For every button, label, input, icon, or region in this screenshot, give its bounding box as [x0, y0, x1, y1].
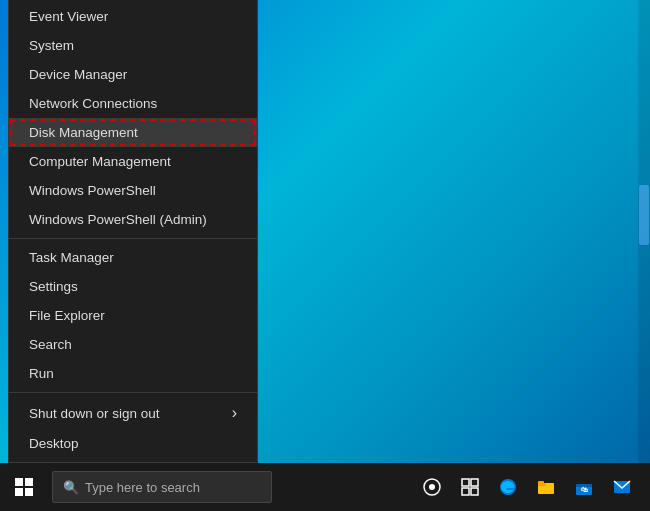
menu-item-label-device-manager: Device Manager [29, 67, 127, 82]
menu-item-device-manager[interactable]: Device Manager [9, 60, 257, 89]
search-placeholder-text: Type here to search [85, 480, 200, 495]
menu-item-desktop[interactable]: Desktop [9, 429, 257, 458]
menu-item-label-shut-down: Shut down or sign out [29, 406, 160, 421]
desktop: MicrosoftEdge Apps and FeaturesPower Opt… [0, 0, 650, 511]
svg-text:🛍: 🛍 [581, 486, 588, 493]
taskbar-right-area: 🛍 [414, 466, 650, 508]
menu-item-label-computer-management: Computer Management [29, 154, 171, 169]
edge-taskbar-icon[interactable] [490, 466, 526, 508]
menu-item-system[interactable]: System [9, 31, 257, 60]
menu-item-label-file-explorer: File Explorer [29, 308, 105, 323]
menu-item-disk-management[interactable]: Disk Management [9, 118, 257, 147]
menu-item-label-search: Search [29, 337, 72, 352]
menu-item-task-manager[interactable]: Task Manager [9, 243, 257, 272]
scrollbar-thumb[interactable] [639, 185, 649, 245]
menu-item-network-connections[interactable]: Network Connections [9, 89, 257, 118]
start-button[interactable] [0, 463, 48, 511]
file-explorer-taskbar-icon[interactable] [528, 466, 564, 508]
svg-rect-3 [462, 479, 469, 486]
menu-divider [9, 392, 257, 393]
menu-item-file-explorer[interactable]: File Explorer [9, 301, 257, 330]
svg-point-2 [429, 484, 435, 490]
svg-rect-5 [462, 488, 469, 495]
menu-item-label-task-manager: Task Manager [29, 250, 114, 265]
menu-item-windows-powershell-admin[interactable]: Windows PowerShell (Admin) [9, 205, 257, 234]
taskbar: 🔍 Type here to search [0, 463, 650, 511]
menu-item-label-run: Run [29, 366, 54, 381]
search-icon: 🔍 [63, 480, 79, 495]
menu-item-label-windows-powershell-admin: Windows PowerShell (Admin) [29, 212, 207, 227]
menu-item-windows-powershell[interactable]: Windows PowerShell [9, 176, 257, 205]
menu-item-label-system: System [29, 38, 74, 53]
store-taskbar-icon[interactable]: 🛍 [566, 466, 602, 508]
svg-rect-6 [471, 488, 478, 495]
task-view-button[interactable] [414, 466, 450, 508]
windows-logo-icon [15, 478, 33, 496]
menu-item-label-desktop: Desktop [29, 436, 79, 451]
menu-item-label-settings: Settings [29, 279, 78, 294]
menu-item-settings[interactable]: Settings [9, 272, 257, 301]
multitasking-button[interactable] [452, 466, 488, 508]
menu-item-label-disk-management: Disk Management [29, 125, 138, 140]
mail-taskbar-icon[interactable] [604, 466, 640, 508]
menu-item-run[interactable]: Run [9, 359, 257, 388]
taskbar-search[interactable]: 🔍 Type here to search [52, 471, 272, 503]
menu-item-search[interactable]: Search [9, 330, 257, 359]
menu-divider [9, 238, 257, 239]
menu-item-label-windows-powershell: Windows PowerShell [29, 183, 156, 198]
menu-item-shut-down[interactable]: Shut down or sign out› [9, 397, 257, 429]
menu-item-label-network-connections: Network Connections [29, 96, 157, 111]
svg-rect-4 [471, 479, 478, 486]
menu-item-event-viewer[interactable]: Event Viewer [9, 2, 257, 31]
menu-item-arrow-shut-down: › [232, 404, 237, 422]
svg-rect-10 [538, 481, 544, 484]
context-menu: Apps and FeaturesPower OptionsEvent View… [8, 0, 258, 463]
menu-item-computer-management[interactable]: Computer Management [9, 147, 257, 176]
scrollbar-track [638, 0, 650, 463]
menu-item-label-event-viewer: Event Viewer [29, 9, 108, 24]
